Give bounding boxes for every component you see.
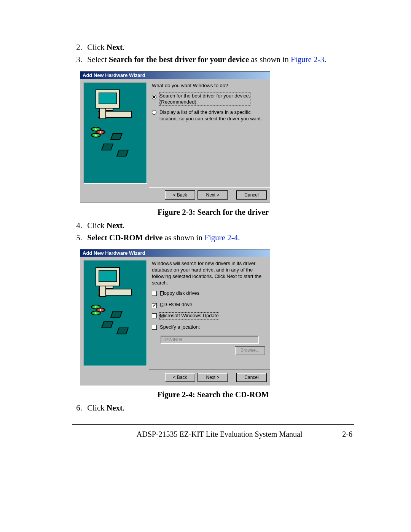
step-suffix: as shown in <box>249 55 291 64</box>
checkbox-specify-location[interactable]: Specify a location: <box>152 324 265 332</box>
checkbox-checked-icon <box>152 303 157 308</box>
hardware-wizard-dialog-2: Add New Hardware Wizard Windows will sea… <box>80 249 270 385</box>
figure-caption: Figure 2-3: Search for the driver <box>72 208 354 217</box>
wizard-illustration <box>83 82 147 184</box>
floppy-icon <box>116 328 129 334</box>
step-num: 5. <box>72 232 82 243</box>
footer-rule <box>72 424 354 425</box>
step-num: 4. <box>72 220 82 231</box>
step-5: 5. Select CD-ROM drive as shown in Figur… <box>72 232 354 243</box>
next-button[interactable]: Next > <box>198 190 228 200</box>
cancel-button[interactable]: Cancel <box>236 190 267 200</box>
figure-link[interactable]: Figure 2-4 <box>204 233 238 242</box>
step-num: 6. <box>72 403 82 413</box>
checkbox-floppy[interactable]: Floppy disk drives <box>152 290 265 298</box>
step-2: 2. Click Next. <box>72 42 354 53</box>
checkbox-label: Specify a location: <box>160 324 200 331</box>
step-suffix: . <box>123 43 124 52</box>
checkbox-unchecked-icon <box>152 313 157 318</box>
manual-title: ADSP-21535 EZ-KIT Lite Evaluation System… <box>137 430 303 439</box>
disc-icon <box>91 306 105 315</box>
checkbox-label: CD-ROM drive <box>160 302 192 308</box>
disc-icon <box>91 128 105 137</box>
back-button[interactable]: < Back <box>165 373 195 382</box>
step-text: Click <box>87 221 107 230</box>
radio-unselected-icon <box>152 110 156 115</box>
step-bold: Search for the best driver for your devi… <box>109 55 249 64</box>
checkbox-cdrom[interactable]: CD-ROM drive <box>152 302 265 309</box>
step-6: 6. Click Next. <box>72 403 354 413</box>
figure-caption: Figure 2-4: Search the CD-ROM <box>72 390 354 399</box>
radio-option-list-drivers[interactable]: Display a list of all the drivers in a s… <box>152 109 265 122</box>
step-text: Click <box>87 43 107 52</box>
step-bold: Select CD-ROM drive <box>87 233 162 242</box>
step-suffix: . <box>123 221 124 230</box>
step-num: 3. <box>72 54 82 65</box>
step-bold: Next <box>107 221 123 230</box>
floppy-icon <box>101 144 114 150</box>
step-suffix: as shown in <box>163 233 205 242</box>
step-num: 2. <box>72 42 82 53</box>
step-bold: Next <box>107 43 123 52</box>
step-4: 4. Click Next. <box>72 220 354 231</box>
figure-link[interactable]: Figure 2-3 <box>291 55 324 64</box>
cancel-button[interactable]: Cancel <box>236 373 267 382</box>
step-text: Select <box>87 55 109 64</box>
next-button[interactable]: Next > <box>198 373 228 382</box>
dialog-title: Add New Hardware Wizard <box>80 72 270 79</box>
computer-icon <box>96 89 132 118</box>
radio-label: Display a list of all the drivers in a s… <box>159 109 265 122</box>
step-text: Click <box>87 403 107 412</box>
floppy-icon <box>110 311 123 318</box>
wizard-prompt: Windows will search for new drivers in i… <box>152 260 265 286</box>
browse-button[interactable]: Browse... <box>235 346 265 355</box>
step-suffix: . <box>123 403 124 412</box>
checkbox-label: Microsoft Windows Update <box>160 313 219 319</box>
hardware-wizard-dialog-1: Add New Hardware Wizard What do you want… <box>80 71 270 203</box>
checkbox-unchecked-icon <box>152 325 157 330</box>
wizard-illustration <box>83 260 147 366</box>
back-button[interactable]: < Back <box>165 190 195 200</box>
floppy-icon <box>116 150 129 157</box>
floppy-icon <box>110 133 123 140</box>
radio-selected-icon <box>152 95 156 99</box>
step-3: 3. Select Search for the best driver for… <box>72 54 354 65</box>
checkbox-windows-update[interactable]: Microsoft Windows Update <box>152 313 265 320</box>
step-bold: Next <box>107 403 123 412</box>
location-input[interactable]: D:\WIN98 <box>160 335 259 344</box>
page-number: 2-6 <box>342 430 352 439</box>
radio-option-best-driver[interactable]: Search for the best driver for your devi… <box>152 93 265 106</box>
floppy-icon <box>101 321 114 328</box>
wizard-prompt: What do you want Windows to do? <box>152 83 265 89</box>
radio-label: Search for the best driver for your devi… <box>159 93 250 106</box>
checkbox-label: Floppy disk drives <box>160 290 199 297</box>
computer-icon <box>96 267 132 296</box>
dialog-title: Add New Hardware Wizard <box>80 249 270 257</box>
step-end: . <box>324 55 326 64</box>
step-end: . <box>238 233 240 242</box>
checkbox-unchecked-icon <box>152 291 157 296</box>
page-footer: ADSP-21535 EZ-KIT Lite Evaluation System… <box>72 430 354 439</box>
